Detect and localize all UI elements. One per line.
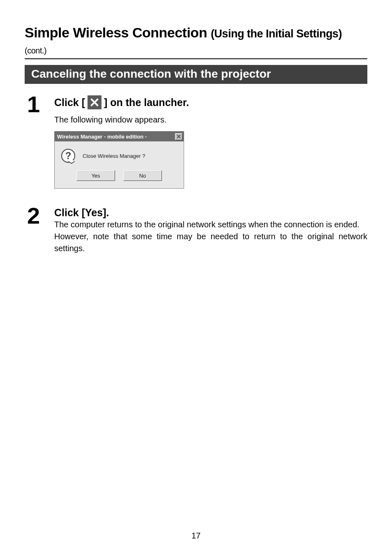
step-number-2: 2	[25, 204, 54, 227]
dialog-title: Wireless Manager - mobile edition -	[57, 134, 147, 140]
close-x-icon-svg	[90, 97, 99, 107]
dialog-body: ? Close Wireless Manager ?	[55, 141, 184, 167]
dialog-message: Close Wireless Manager ?	[83, 153, 145, 159]
close-icon	[177, 134, 181, 139]
step-number-1: 1	[25, 93, 54, 116]
step-1: 1 Click [ ] on the launcher. The followi…	[25, 93, 367, 189]
page-title: Simple Wireless Connection (Using the In…	[25, 25, 367, 57]
title-underline	[25, 58, 367, 59]
step-1-instruction: Click [ ] on the launcher.	[54, 95, 367, 109]
step-1-instruction-suffix: ] on the launcher.	[104, 97, 189, 109]
page-number: 17	[0, 531, 392, 541]
step-2-text-2: However, note that some time may be need…	[54, 231, 367, 254]
question-icon: ?	[61, 149, 75, 163]
yes-button[interactable]: Yes	[76, 170, 115, 181]
manual-page: Simple Wireless Connection (Using the In…	[0, 0, 392, 557]
close-x-icon	[88, 95, 101, 109]
title-main: Simple Wireless Connection	[25, 25, 207, 40]
section-heading: Canceling the connection with the projec…	[25, 65, 367, 84]
step-2: 2 Click [Yes]. The computer returns to t…	[25, 204, 367, 254]
step-2-body: Click [Yes]. The computer returns to the…	[54, 204, 367, 254]
no-button[interactable]: No	[123, 170, 162, 181]
dialog-button-row: Yes No	[55, 167, 184, 188]
step-1-subtext: The following window appears.	[54, 115, 367, 125]
title-sub: (Using the Initial Settings)	[211, 28, 342, 40]
dialog-close-button[interactable]	[175, 133, 182, 140]
step-1-instruction-prefix: Click [	[54, 97, 85, 109]
step-2-instruction: Click [Yes].	[54, 207, 367, 219]
dialog-titlebar: Wireless Manager - mobile edition -	[55, 132, 184, 141]
step-1-body: Click [ ] on the launcher. The following…	[54, 93, 367, 189]
title-cont: (cont.)	[25, 46, 46, 55]
step-2-text-1: The computer returns to the original net…	[54, 219, 367, 231]
dialog-screenshot: Wireless Manager - mobile edition - ? Cl…	[54, 131, 184, 189]
